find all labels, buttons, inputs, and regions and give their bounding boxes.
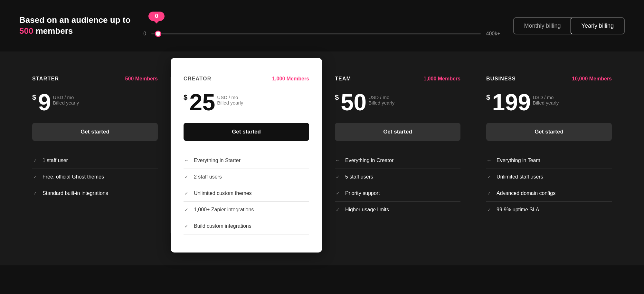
check-icon: ✓ [184, 191, 189, 196]
feature-text: Priority support [345, 190, 380, 196]
plan-price: $ 50 USD / mo Billed yearly [335, 91, 460, 114]
audience-line1: Based on an audience up to [19, 15, 130, 25]
price-usd: USD / mo [53, 95, 79, 100]
plan-name: STARTER [32, 76, 59, 82]
feature-text: Build custom integrations [194, 223, 251, 229]
features-list: ← Everything in Team ✓ Unlimited staff u… [486, 152, 612, 218]
price-details: USD / mo Billed yearly [533, 91, 559, 106]
price-usd: USD / mo [533, 95, 559, 100]
features-list: ← Everything in Creator ✓ 5 staff users … [335, 152, 460, 218]
members-count: 1,000 [423, 76, 436, 81]
feature-item: ✓ 1 staff user [32, 152, 158, 169]
price-dollar: $ [32, 91, 36, 102]
feature-item: ← Everything in Starter [184, 152, 309, 169]
members-label: Members [135, 76, 158, 81]
price-billed: Billed yearly [368, 100, 394, 106]
audience-label: Based on an audience up to 500 members [19, 15, 130, 37]
plan-name: CREATOR [184, 76, 212, 82]
check-icon: ✓ [486, 191, 492, 196]
members-label: Members [589, 76, 612, 81]
billing-toggle: Monthly billing Yearly billing [513, 17, 625, 34]
get-started-button[interactable]: Get started [184, 123, 309, 141]
slider-thumb[interactable] [155, 31, 161, 37]
price-amount: 50 [341, 91, 366, 114]
feature-item: ✓ 2 staff users [184, 169, 309, 185]
feature-text: Higher usage limits [345, 207, 389, 213]
feature-text: Unlimited custom themes [194, 190, 252, 196]
check-icon: ✓ [32, 191, 38, 196]
feature-text: 2 staff users [194, 174, 222, 180]
feature-text: Everything in Team [497, 158, 540, 163]
check-icon: ✓ [486, 207, 492, 212]
price-amount: 25 [189, 91, 215, 114]
plan-name: BUSINESS [486, 76, 516, 82]
price-details: USD / mo Billed yearly [53, 91, 79, 106]
arrow-icon: ← [184, 158, 189, 163]
slider-value-label: 0 [155, 13, 158, 20]
feature-item: ✓ Higher usage limits [335, 202, 460, 218]
check-icon: ✓ [486, 174, 492, 179]
slider-container: 0 0 400k+ [143, 15, 500, 37]
feature-item: ✓ Advanced domain configs [486, 185, 612, 202]
plan-members: 500 Members [125, 76, 158, 82]
feature-item: ✓ 99.9% uptime SLA [486, 202, 612, 218]
members-count: 10,000 [572, 76, 588, 81]
slider-min-label: 0 [143, 31, 146, 37]
check-icon: ✓ [184, 207, 189, 212]
features-list: ← Everything in Starter ✓ 2 staff users … [184, 152, 309, 234]
plan-card-starter: STARTER 500 Members $ 9 USD / mo Billed … [19, 64, 171, 246]
price-billed: Billed yearly [217, 100, 243, 106]
price-dollar: $ [486, 91, 490, 102]
price-details: USD / mo Billed yearly [217, 91, 243, 106]
members-count: 1,000 [272, 76, 285, 81]
price-usd: USD / mo [217, 95, 243, 100]
get-started-button[interactable]: Get started [335, 123, 460, 141]
plan-header: CREATOR 1,000 Members [184, 76, 309, 82]
feature-item: ✓ 1,000+ Zapier integrations [184, 202, 309, 218]
get-started-button[interactable]: Get started [486, 123, 612, 141]
slider-track[interactable] [151, 33, 481, 34]
yearly-billing-button[interactable]: Yearly billing [571, 17, 625, 34]
feature-text: Everything in Starter [194, 158, 241, 163]
plan-header: STARTER 500 Members [32, 76, 158, 82]
plan-price: $ 25 USD / mo Billed yearly [184, 91, 309, 114]
monthly-billing-button[interactable]: Monthly billing [514, 18, 571, 34]
feature-item: ✓ 5 staff users [335, 169, 460, 185]
members-label: Members [438, 76, 460, 81]
get-started-button[interactable]: Get started [32, 123, 158, 141]
features-list: ✓ 1 staff user ✓ Free, official Ghost th… [32, 152, 158, 201]
plan-header: BUSINESS 10,000 Members [486, 76, 612, 82]
feature-text: 99.9% uptime SLA [497, 207, 539, 213]
feature-item: ✓ Free, official Ghost themes [32, 169, 158, 185]
price-details: USD / mo Billed yearly [368, 91, 394, 106]
arrow-icon: ← [486, 158, 492, 163]
members-label: Members [287, 76, 309, 81]
feature-text: Everything in Creator [345, 158, 393, 163]
audience-text: Based on an audience up to 500 members [19, 15, 130, 37]
feature-text: 1,000+ Zapier integrations [194, 207, 254, 213]
arrow-icon: ← [335, 158, 341, 163]
plan-name: TEAM [335, 76, 351, 82]
audience-highlight: 500 [19, 26, 33, 36]
plans-wrapper: STARTER 500 Members $ 9 USD / mo Billed … [0, 51, 644, 265]
check-icon: ✓ [335, 207, 341, 212]
plan-price: $ 199 USD / mo Billed yearly [486, 91, 612, 114]
feature-text: Advanced domain configs [497, 190, 555, 196]
plan-price: $ 9 USD / mo Billed yearly [32, 91, 158, 114]
check-icon: ✓ [335, 174, 341, 179]
check-icon: ✓ [184, 174, 189, 179]
feature-text: 1 staff user [43, 158, 68, 163]
plan-members: 1,000 Members [423, 76, 460, 82]
check-icon: ✓ [32, 174, 38, 179]
plans-grid: STARTER 500 Members $ 9 USD / mo Billed … [19, 64, 625, 246]
plan-card-creator: CREATOR 1,000 Members $ 25 USD / mo Bill… [171, 58, 322, 253]
price-dollar: $ [335, 91, 339, 102]
feature-item: ← Everything in Creator [335, 152, 460, 169]
feature-item: ✓ Unlimited staff users [486, 169, 612, 185]
plan-members: 1,000 Members [272, 76, 309, 82]
slider-row: 0 400k+ [143, 31, 500, 37]
plan-members: 10,000 Members [572, 76, 612, 82]
plan-card-business: BUSINESS 10,000 Members $ 199 USD / mo B… [473, 64, 625, 246]
check-icon: ✓ [184, 224, 189, 229]
slider-max-label: 400k+ [486, 31, 500, 37]
